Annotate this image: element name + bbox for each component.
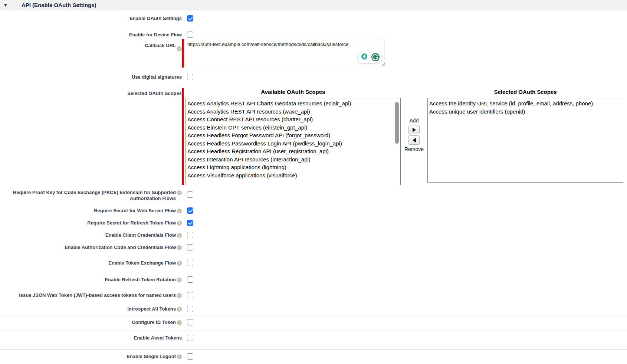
scope-option[interactable]: Access Einstein GPT services (einstein_g… (187, 124, 400, 132)
row-secret-refresh-token: Require Secret for Refresh Token Flow (0, 219, 627, 226)
refresh-token-rotation-label: Enable Refresh Token Rotation (105, 277, 176, 283)
browser-extension-pill (357, 51, 383, 63)
configure-id-token-checkbox[interactable] (187, 319, 193, 325)
help-icon[interactable] (177, 320, 182, 325)
introspect-tokens-checkbox[interactable] (187, 306, 193, 312)
scope-option[interactable]: Access the identity URL service (id, pro… (429, 99, 623, 108)
row-client-credentials: Enable Client Credentials Flow (0, 232, 627, 238)
token-exchange-label: Enable Token Exchange Flow (108, 260, 176, 266)
row-token-exchange: Enable Token Exchange Flow (0, 259, 627, 266)
divider (0, 349, 627, 350)
help-icon[interactable] (177, 209, 182, 213)
client-credentials-label: Enable Client Credentials Flow (105, 232, 176, 238)
asset-tokens-checkbox[interactable] (187, 335, 193, 341)
row-device-flow: Enable for Device Flow (0, 31, 627, 38)
pkce-checkbox[interactable] (187, 191, 193, 198)
callback-url-label: Callback URL (145, 43, 176, 49)
section-header: ▼ API (Enable OAuth Settings) (0, 0, 627, 10)
section-title: API (Enable OAuth Settings) (22, 2, 96, 8)
row-single-logout: Enable Single Logout (0, 353, 627, 360)
available-scopes-title: Available OAuth Scopes (186, 88, 401, 96)
secret-web-server-checkbox[interactable] (187, 207, 193, 214)
oauth-settings-form: Enable OAuth Settings Enable for Device … (0, 15, 627, 360)
selected-scopes-title: Selected OAuth Scopes (427, 88, 623, 96)
secret-web-server-label: Require Secret for Web Server Flow (94, 208, 176, 214)
scope-option[interactable]: Access Headless Forgot Password API (for… (187, 131, 400, 140)
scope-option[interactable]: Access Connect REST API resources (chatt… (187, 115, 400, 124)
oauth-scopes-picker: Available OAuth Scopes Access Analytics … (182, 88, 623, 185)
collapse-triangle-icon[interactable]: ▼ (3, 3, 8, 7)
help-icon[interactable] (177, 261, 182, 266)
enable-oauth-checkbox[interactable] (187, 15, 193, 22)
enable-oauth-label: Enable OAuth Settings (129, 16, 182, 22)
token-exchange-checkbox[interactable] (187, 260, 193, 266)
grammarly-icon[interactable] (371, 52, 380, 62)
arrow-right-icon (413, 128, 416, 132)
row-digital-signatures: Use digital signatures (0, 73, 627, 80)
scope-option[interactable]: Access Headless Passwordless Login API (… (187, 140, 400, 148)
row-pkce: Require Proof Key for Code Exchange (PKC… (0, 189, 627, 201)
callback-url-input[interactable]: https://auth-test.example.com/self-servi… (184, 39, 384, 66)
help-icon[interactable] (177, 190, 182, 195)
help-icon[interactable] (177, 307, 182, 312)
available-scopes-column: Available OAuth Scopes Access Analytics … (186, 88, 401, 185)
secret-refresh-token-label: Require Secret for Refresh Token Flow (87, 220, 176, 226)
row-auth-code-credentials: Enable Authorization Code and Credential… (0, 244, 627, 250)
divider (0, 315, 627, 315)
row-secret-web-server: Require Secret for Web Server Flow (0, 207, 627, 214)
scrollbar-thumb[interactable] (395, 102, 399, 144)
help-icon[interactable] (177, 221, 182, 226)
scope-option[interactable]: Access Analytics REST API resources (wav… (187, 108, 400, 116)
scope-option[interactable]: Access Analytics REST API Charts Geodata… (187, 99, 400, 108)
divider (0, 331, 627, 331)
add-remove-column: Add Remove (401, 117, 427, 185)
asset-tokens-label: Enable Asset Tokens (134, 335, 182, 341)
row-asset-tokens: Enable Asset Tokens (0, 334, 627, 341)
help-icon[interactable] (177, 46, 182, 51)
row-introspect-tokens: Introspect All Tokens (0, 305, 627, 312)
single-logout-checkbox[interactable] (187, 353, 193, 360)
available-scopes-listbox[interactable]: Access Analytics REST API Charts Geodata… (186, 98, 401, 185)
row-oauth-scopes: Selected OAuth Scopes Available OAuth Sc… (0, 88, 627, 185)
required-bar: https://auth-test.example.com/self-servi… (182, 39, 387, 68)
scope-option[interactable]: Access Lightning applications (lightning… (187, 163, 400, 171)
pkce-label: Require Proof Key for Code Exchange (PKC… (13, 190, 176, 201)
single-logout-label: Enable Single Logout (127, 354, 176, 360)
refresh-token-rotation-checkbox[interactable] (187, 276, 193, 283)
lightbulb-extension-icon[interactable] (360, 52, 369, 62)
digital-signatures-checkbox[interactable] (187, 74, 193, 80)
add-scope-button[interactable] (408, 125, 420, 134)
remove-label: Remove (404, 146, 424, 153)
secret-refresh-token-checkbox[interactable] (187, 220, 193, 226)
scope-option[interactable]: Access Interaction API resources (intera… (187, 155, 400, 164)
selected-scopes-listbox[interactable]: Access the identity URL service (id, pro… (427, 98, 623, 183)
scope-option[interactable]: Access unique user identifiers (openid) (429, 108, 623, 116)
row-refresh-token-rotation: Enable Refresh Token Rotation (0, 276, 627, 283)
row-configure-id-token: Configure ID Token (0, 319, 627, 325)
help-icon[interactable] (177, 293, 182, 298)
help-icon[interactable] (177, 278, 182, 282)
scope-option[interactable]: Access Visualforce applications (visualf… (187, 171, 400, 180)
add-label: Add (410, 117, 419, 124)
digital-signatures-label: Use digital signatures (132, 74, 182, 80)
help-icon[interactable] (177, 245, 182, 250)
device-flow-label: Enable for Device Flow (129, 32, 182, 38)
help-icon[interactable] (177, 354, 182, 359)
row-jwt-tokens: Issue JSON Web Token (JWT)-based access … (0, 292, 627, 298)
row-callback-url: Callback URL https://auth-test.example.c… (0, 39, 627, 68)
remove-scope-button[interactable] (408, 135, 420, 145)
auth-code-credentials-label: Enable Authorization Code and Credential… (65, 245, 176, 250)
configure-id-token-label: Configure ID Token (132, 319, 176, 325)
help-icon[interactable] (177, 233, 182, 238)
introspect-tokens-label: Introspect All Tokens (127, 306, 176, 312)
device-flow-checkbox[interactable] (187, 32, 193, 38)
arrow-left-icon (413, 138, 416, 142)
row-enable-oauth: Enable OAuth Settings (0, 15, 627, 22)
resize-handle-icon[interactable] (381, 62, 385, 66)
jwt-tokens-checkbox[interactable] (187, 292, 193, 298)
client-credentials-checkbox[interactable] (187, 232, 193, 238)
auth-code-credentials-checkbox[interactable] (187, 244, 193, 250)
scope-option[interactable]: Access Headless Registration API (user_r… (187, 147, 400, 155)
oauth-scopes-label: Selected OAuth Scopes (127, 91, 182, 96)
jwt-tokens-label: Issue JSON Web Token (JWT)-based access … (19, 292, 176, 298)
